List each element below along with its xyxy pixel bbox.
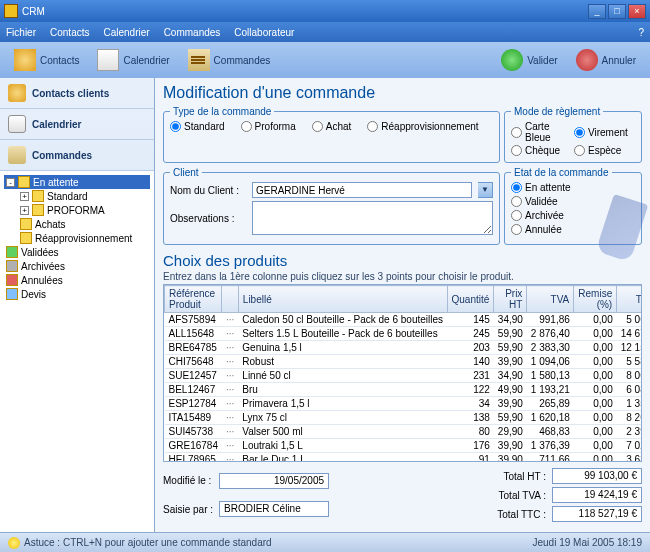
ellipsis-button[interactable]: ··· (222, 411, 238, 425)
radio-input[interactable] (312, 121, 323, 132)
radio-etat-0[interactable]: En attente (511, 182, 635, 193)
tree-annulees[interactable]: Annulées (4, 273, 150, 287)
ellipsis-button[interactable]: ··· (222, 369, 238, 383)
cell: 0,00 (574, 341, 617, 355)
minimize-button[interactable]: _ (588, 4, 606, 19)
table-row[interactable]: AFS75894···Caledon 50 cl Bouteille - Pac… (165, 313, 643, 327)
radio-label: Achat (326, 121, 352, 132)
folder-icon (6, 246, 18, 258)
radio-input[interactable] (511, 182, 522, 193)
table-row[interactable]: ALL15648···Selters 1.5 L Bouteille - Pac… (165, 327, 643, 341)
tree-standard[interactable]: +Standard (18, 189, 150, 203)
ellipsis-button[interactable]: ··· (222, 355, 238, 369)
ellipsis-button[interactable]: ··· (222, 313, 238, 327)
expand-icon[interactable]: + (20, 192, 29, 201)
ellipsis-button[interactable]: ··· (222, 327, 238, 341)
menu-help[interactable]: ? (638, 27, 644, 38)
etat-legend: Etat de la commande (511, 167, 612, 178)
ellipsis-button[interactable]: ··· (222, 439, 238, 453)
toolbar-calendrier-label: Calendrier (123, 55, 169, 66)
table-row[interactable]: GRE16784···Loutraki 1,5 L17639,901 376,3… (165, 439, 643, 453)
cell: Robust (238, 355, 447, 369)
radio-input[interactable] (241, 121, 252, 132)
menu-collaborateur[interactable]: Collaborateur (234, 27, 294, 38)
col-header[interactable]: Total HT (617, 286, 642, 313)
radio-input[interactable] (511, 210, 522, 221)
ellipsis-button[interactable]: ··· (222, 383, 238, 397)
tree-reappro[interactable]: Réapprovisionnement (18, 231, 150, 245)
radio-input[interactable] (574, 127, 585, 138)
radio-input[interactable] (367, 121, 378, 132)
table-row[interactable]: SUE12457···Linné 50 cl23134,901 580,130,… (165, 369, 643, 383)
client-dropdown[interactable]: ▼ (478, 182, 493, 198)
radio-type-3[interactable]: Réapprovisionnement (367, 121, 478, 132)
radio-input[interactable] (511, 196, 522, 207)
products-table-wrap[interactable]: Référence ProduitLibelléQuantitéPrix HTT… (163, 284, 642, 462)
expand-icon[interactable]: + (20, 206, 29, 215)
radio-type-2[interactable]: Achat (312, 121, 352, 132)
cell: 122 (447, 383, 494, 397)
menu-calendrier[interactable]: Calendrier (103, 27, 149, 38)
ellipsis-button[interactable]: ··· (222, 341, 238, 355)
cell: Loutraki 1,5 L (238, 439, 447, 453)
col-header[interactable]: TVA (527, 286, 574, 313)
table-row[interactable]: CHI75648···Robust14039,901 094,060,005 5… (165, 355, 643, 369)
col-header[interactable]: Référence Produit (165, 286, 222, 313)
radio-input[interactable] (511, 224, 522, 235)
sidebar-commandes[interactable]: Commandes (0, 140, 154, 171)
client-name-input[interactable] (252, 182, 472, 198)
tree-devis[interactable]: Devis (4, 287, 150, 301)
menu-commandes[interactable]: Commandes (164, 27, 221, 38)
cell: Caledon 50 cl Bouteille - Pack de 6 bout… (238, 313, 447, 327)
radio-input[interactable] (574, 145, 585, 156)
ellipsis-button[interactable]: ··· (222, 397, 238, 411)
radio-type-1[interactable]: Proforma (241, 121, 296, 132)
collapse-icon[interactable]: - (6, 178, 15, 187)
radio-type-0[interactable]: Standard (170, 121, 225, 132)
ellipsis-button[interactable]: ··· (222, 453, 238, 463)
toolbar-valider[interactable]: Valider (495, 46, 563, 74)
menu-fichier[interactable]: Fichier (6, 27, 36, 38)
radio-label: Chèque (525, 145, 560, 156)
table-row[interactable]: ESP12784···Primavera 1,5 l3439,90265,890… (165, 397, 643, 411)
folder-icon (6, 274, 18, 286)
radio-input[interactable] (511, 127, 522, 138)
tree-validees[interactable]: Validées (4, 245, 150, 259)
cell: 1 356,60 € (617, 397, 642, 411)
close-button[interactable]: × (628, 4, 646, 19)
radio-input[interactable] (170, 121, 181, 132)
menu-contacts[interactable]: Contacts (50, 27, 89, 38)
radio-mode-1[interactable]: Virement (574, 121, 635, 143)
table-row[interactable]: BEL12467···Bru12249,901 193,210,006 087,… (165, 383, 643, 397)
maximize-button[interactable]: □ (608, 4, 626, 19)
toolbar-annuler[interactable]: Annuler (570, 46, 642, 74)
sidebar-contacts[interactable]: Contacts clients (0, 78, 154, 109)
radio-mode-3[interactable]: Espèce (574, 145, 635, 156)
cell: 2 383,30 (527, 341, 574, 355)
col-header[interactable]: Quantité (447, 286, 494, 313)
col-header[interactable] (222, 286, 238, 313)
col-header[interactable]: Libellé (238, 286, 447, 313)
folder-icon (32, 204, 44, 216)
col-header[interactable]: Prix HT (494, 286, 527, 313)
toolbar-contacts[interactable]: Contacts (8, 46, 85, 74)
table-row[interactable]: BRE64785···Genuina 1,5 l20359,902 383,30… (165, 341, 643, 355)
radio-mode-2[interactable]: Chèque (511, 145, 572, 156)
observations-input[interactable] (252, 201, 493, 235)
table-row[interactable]: HEL78965···Bar le Duc 1 L9139,90711,660,… (165, 453, 643, 463)
table-row[interactable]: SUI45738···Valser 500 ml8029,90468,830,0… (165, 425, 643, 439)
tree-en-attente[interactable]: -En attente (4, 175, 150, 189)
table-row[interactable]: ITA15489···Lynx 75 cl13859,901 620,180,0… (165, 411, 643, 425)
sidebar-calendrier[interactable]: Calendrier (0, 109, 154, 140)
ellipsis-button[interactable]: ··· (222, 425, 238, 439)
toolbar-commandes[interactable]: Commandes (182, 46, 277, 74)
tree-proforma[interactable]: +PROFORMA (18, 203, 150, 217)
cell: AFS75894 (165, 313, 222, 327)
tree-achats[interactable]: Achats (18, 217, 150, 231)
col-header[interactable]: Remise (%) (574, 286, 617, 313)
radio-mode-0[interactable]: Carte Bleue (511, 121, 572, 143)
radio-input[interactable] (511, 145, 522, 156)
tree-archivees[interactable]: Archivées (4, 259, 150, 273)
toolbar-calendrier[interactable]: Calendrier (91, 46, 175, 74)
cell: 5 586,00 € (617, 355, 642, 369)
